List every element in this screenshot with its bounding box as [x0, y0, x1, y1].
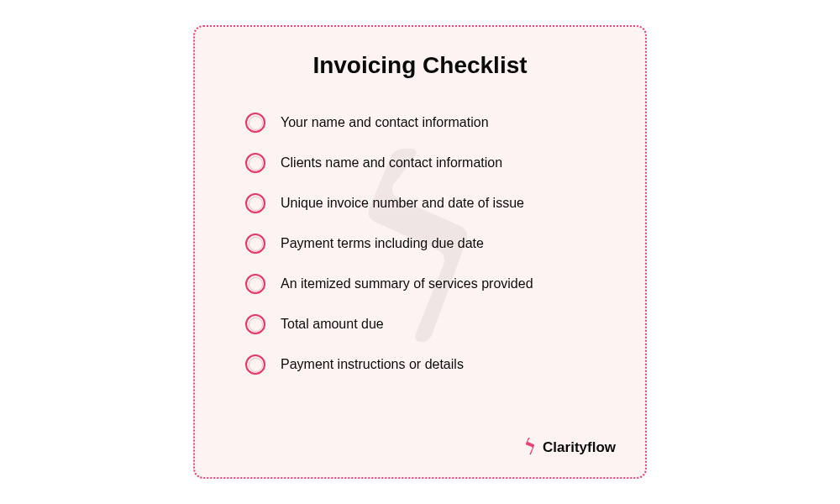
radio-icon — [245, 234, 265, 254]
item-text: Payment terms including due date — [281, 236, 484, 251]
radio-icon — [245, 113, 265, 133]
radio-icon — [245, 354, 265, 375]
brand-name: Clarityflow — [543, 439, 616, 456]
checklist-title: Invoicing Checklist — [228, 52, 612, 79]
checklist-item: Payment instructions or details — [245, 354, 612, 375]
item-text: Your name and contact information — [281, 115, 489, 130]
item-text: Unique invoice number and date of issue — [281, 196, 524, 211]
radio-icon — [245, 274, 265, 294]
brand-logo-icon — [522, 437, 538, 459]
checklist-item: Unique invoice number and date of issue — [245, 193, 612, 213]
item-text: Clients name and contact information — [281, 155, 502, 171]
checklist-item: Payment terms including due date — [245, 234, 612, 254]
checklist-item: Total amount due — [245, 314, 612, 334]
checklist-card: Invoicing Checklist Your name and contac… — [193, 25, 647, 479]
radio-icon — [245, 193, 265, 213]
item-text: An itemized summary of services provided — [281, 276, 533, 291]
checklist-item: Your name and contact information — [245, 113, 612, 133]
checklist-item: Clients name and contact information — [245, 153, 612, 173]
item-text: Total amount due — [281, 317, 384, 332]
radio-icon — [245, 153, 265, 173]
radio-icon — [245, 314, 265, 334]
checklist: Your name and contact information Client… — [228, 113, 612, 375]
brand: Clarityflow — [522, 437, 616, 459]
checklist-item: An itemized summary of services provided — [245, 274, 612, 294]
item-text: Payment instructions or details — [281, 357, 464, 372]
